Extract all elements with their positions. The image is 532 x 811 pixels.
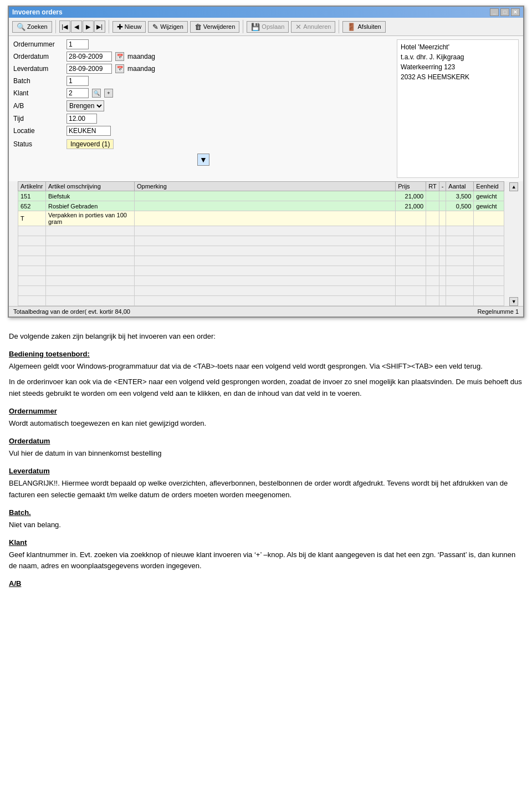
- form-footer: Totaalbedrag van de order( evt. kortir 8…: [9, 306, 523, 317]
- table-row-empty[interactable]: [18, 276, 504, 286]
- afsluiten-button[interactable]: 🚪 Afsluiten: [342, 21, 385, 33]
- section-keyboard-body: Algemeen geldt voor Windows-programmatuu…: [9, 361, 523, 372]
- customer-attn: t.a.v. dhr. J. Kijkgraag: [401, 52, 515, 62]
- nieuw-button[interactable]: ✚ Nieuw: [112, 21, 146, 33]
- cell-omschr: Biefstuk: [46, 191, 135, 201]
- scroll-down-button[interactable]: ▼: [509, 297, 518, 306]
- nav-next-button[interactable]: ▶: [83, 21, 94, 33]
- verwijderen-button[interactable]: 🗑 Verwijderen: [190, 21, 239, 33]
- cell-prijs-empty: [396, 236, 426, 246]
- close-button[interactable]: ✕: [511, 8, 520, 16]
- cell-eenheid-empty: [474, 266, 504, 276]
- wijzigen-button[interactable]: ✎ Wijzigen: [148, 21, 188, 33]
- cell-omschr-empty: [46, 236, 135, 246]
- cell-omschr-empty: [46, 256, 135, 266]
- cell-dash-empty: [439, 236, 446, 246]
- table-row-empty[interactable]: [18, 236, 504, 246]
- orderdatum-calendar-icon[interactable]: 📅: [115, 52, 124, 61]
- nav-group: |◀ ◀ ▶ ▶|: [59, 21, 105, 33]
- ordernummer-input[interactable]: [66, 39, 89, 49]
- toolbar-separator-1: [55, 20, 56, 33]
- status-label: Status: [13, 140, 63, 148]
- cell-opmerking: [135, 201, 396, 211]
- leverdatum-calendar-icon[interactable]: 📅: [115, 64, 124, 73]
- cell-artnr-empty: [18, 226, 46, 236]
- cell-dash-empty: [439, 266, 446, 276]
- cell-artnr-empty: [18, 266, 46, 276]
- main-window: Invoeren orders _ □ ✕ 🔍 Zoeken |◀ ◀ ▶ ▶|…: [8, 6, 524, 318]
- leverdatum-input[interactable]: [66, 64, 112, 74]
- cell-opmerking-empty: [135, 236, 396, 246]
- tijd-input[interactable]: [66, 114, 97, 124]
- opslaan-button[interactable]: 💾 Opslaan: [247, 21, 289, 33]
- exit-icon: 🚪: [347, 23, 356, 31]
- table-row-empty[interactable]: [18, 226, 504, 236]
- cell-aantal: [446, 211, 474, 226]
- locatie-input[interactable]: [66, 126, 111, 136]
- cell-artnr: T: [18, 211, 46, 226]
- cell-omschr-empty: [46, 266, 135, 276]
- table-scrollbar: ▲ ▼: [509, 181, 519, 306]
- cell-opmerking-empty: [135, 246, 396, 256]
- zoeken-button[interactable]: 🔍 Zoeken: [12, 21, 52, 33]
- intro-text: De volgende zaken zijn belangrijk bij he…: [9, 331, 523, 342]
- col-header-artnr: Artikelnr: [18, 182, 46, 191]
- cell-artnr: 652: [18, 201, 46, 211]
- plus-icon: ✚: [117, 23, 123, 31]
- cell-eenheid-empty: [474, 256, 504, 266]
- table-row-empty[interactable]: [18, 246, 504, 256]
- section-ab: A/B: [9, 578, 523, 589]
- cell-eenheid-empty: [474, 246, 504, 256]
- window-title-bar: Invoeren orders _ □ ✕: [9, 7, 523, 18]
- toolbar-separator-3: [243, 20, 243, 33]
- klant-search-icon[interactable]: 🔍: [92, 89, 101, 98]
- order-table: Artikelnr Artikel omschrijving Opmerking…: [18, 181, 504, 306]
- form-two-col: Ordernummer Orderdatum 📅 maandag Leverda…: [13, 39, 519, 178]
- cell-aantal-empty: [446, 266, 474, 276]
- klant-label: Klant: [13, 89, 63, 97]
- cell-omschr-empty: [46, 246, 135, 256]
- cell-opmerking-empty: [135, 296, 396, 306]
- cell-opmerking-empty: [135, 256, 396, 266]
- cell-rt-empty: [426, 266, 439, 276]
- save-icon: 💾: [251, 23, 260, 31]
- section-batch-heading: Batch.: [9, 507, 523, 518]
- maximize-button[interactable]: □: [500, 8, 509, 16]
- cell-aantal: 3,500: [446, 191, 474, 201]
- leverdatum-day: maandag: [127, 65, 155, 73]
- nav-first-button[interactable]: |◀: [59, 21, 70, 33]
- table-row-empty[interactable]: [18, 286, 504, 296]
- section-ordernummer-body: Wordt automatisch toegewezen en kan niet…: [9, 418, 523, 429]
- window-title: Invoeren orders: [12, 8, 63, 16]
- section-keyboard-heading: Bediening toetsenbord:: [9, 349, 523, 360]
- down-arrow-button[interactable]: ▼: [197, 154, 209, 166]
- table-row[interactable]: T Verpakken in porties van 100 gram: [18, 211, 504, 226]
- cell-artnr-empty: [18, 236, 46, 246]
- cell-prijs: 21,000: [396, 201, 426, 211]
- scroll-up-button[interactable]: ▲: [509, 182, 518, 191]
- table-row-empty[interactable]: [18, 296, 504, 306]
- cell-aantal-empty: [446, 236, 474, 246]
- cell-dash: [439, 191, 446, 201]
- orderdatum-input[interactable]: [66, 52, 112, 62]
- cell-aantal: 0,500: [446, 201, 474, 211]
- ab-select[interactable]: Brengen Halen: [66, 100, 104, 111]
- cancel-icon: ✕: [295, 23, 301, 31]
- section-klant: Klant Geef klantnummer in. Evt. zoeken v…: [9, 537, 523, 572]
- table-row-empty[interactable]: [18, 256, 504, 266]
- table-row-empty[interactable]: [18, 266, 504, 276]
- nav-last-button[interactable]: ▶|: [94, 21, 105, 33]
- table-row[interactable]: 652 Rosbief Gebraden 21,000 0,500 gewich…: [18, 201, 504, 211]
- section-orderdatum: Orderdatum Vul hier de datum in van binn…: [9, 436, 523, 459]
- delete-icon: 🗑: [195, 23, 202, 31]
- annuleren-button[interactable]: ✕ Annuleren: [291, 21, 335, 33]
- nav-prev-button[interactable]: ◀: [71, 21, 82, 33]
- cell-eenheid-empty: [474, 296, 504, 306]
- minimize-button[interactable]: _: [490, 8, 499, 16]
- cell-prijs-empty: [396, 226, 426, 236]
- klant-input[interactable]: [66, 88, 89, 98]
- batch-input[interactable]: [66, 76, 89, 86]
- col-header-eenheid: Eenheid: [474, 182, 504, 191]
- klant-add-icon[interactable]: +: [104, 89, 113, 98]
- table-row[interactable]: 151 Biefstuk 21,000 3,500 gewicht: [18, 191, 504, 201]
